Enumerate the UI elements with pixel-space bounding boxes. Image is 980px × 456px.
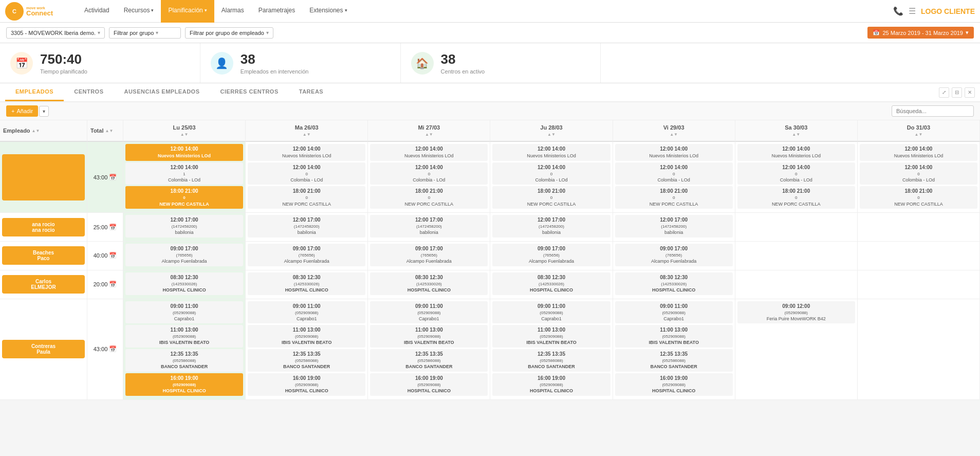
- schedule-block[interactable]: 12:00 14:00 Nuevos Ministerios LOd: [248, 144, 365, 161]
- day-cell-row1-sa[interactable]: 12:00 14:00 Nuevos Ministerios LOd 12:00…: [735, 142, 858, 213]
- schedule-block[interactable]: 12:00 14:00 1 Colombia - LOd: [125, 162, 243, 185]
- day-cell-row5-lu[interactable]: 09:00 11:00 (052909088) Caprabo1 11:00 1…: [123, 299, 246, 400]
- schedule-block[interactable]: 12:00 14:00 Nuevos Ministerios LOd: [737, 144, 855, 161]
- day-cell-row1-lu[interactable]: 12:00 14:00 Nuevos Ministerios LOd 12:00…: [123, 142, 246, 213]
- schedule-block[interactable]: 09:00 11:00 (052909088) Caprabo1: [125, 301, 243, 324]
- employee-cell-row1[interactable]: [0, 142, 87, 213]
- employee-group-filter[interactable]: Filtrar por grupo de empleado ▾: [185, 27, 273, 39]
- day-cell-row2-sa[interactable]: [735, 213, 858, 242]
- schedule-block[interactable]: 18:00 21:00 0 NEW PORC CASTILLA: [615, 186, 733, 209]
- schedule-block[interactable]: 12:00 17:00 (1472458200) babilonia: [125, 215, 243, 238]
- schedule-block[interactable]: 12:00 14:00 Nuevos Ministerios LOd: [370, 144, 488, 161]
- schedule-block[interactable]: 18:00 21:00 0 NEW PORC CASTILLA: [492, 186, 610, 209]
- schedule-block[interactable]: 12:00 14:00 0 Colombia - LOd: [737, 162, 855, 185]
- schedule-block[interactable]: 18:00 21:00 0 NEW PORC CASTILLA: [860, 186, 977, 209]
- company-select[interactable]: 3305 - MOVEWORK Iberia demo. ▾: [6, 27, 105, 39]
- day-cell-row3-mi[interactable]: 09:00 17:00 (765656) Alcampo Fuenlabrada: [368, 242, 490, 270]
- group-filter[interactable]: Filtrar por grupo ▾: [109, 27, 181, 39]
- sort-icon[interactable]: ▲▼: [180, 132, 189, 137]
- tab-empleados[interactable]: EMPLEADOS: [5, 83, 64, 101]
- schedule-block[interactable]: 09:00 11:00 (052909088) Caprabo1: [615, 301, 733, 324]
- sort-icon[interactable]: ▲▼: [670, 132, 678, 137]
- schedule-block[interactable]: 16:00 19:00 (052909088) HOSPITAL CLINICO: [492, 373, 610, 396]
- schedule-block[interactable]: 12:00 14:00 Nuevos Ministerios LOd: [860, 144, 977, 161]
- schedule-block[interactable]: 11:00 13:00 (052909088) IBIS VALENTIN BE…: [125, 325, 243, 348]
- nav-item-recursos[interactable]: Recursos ▾: [117, 0, 161, 23]
- day-cell-row5-do[interactable]: [858, 299, 980, 400]
- schedule-block[interactable]: 12:00 17:00 (1472458200) babilonia: [492, 215, 610, 238]
- schedule-block[interactable]: 18:00 21:00 0 NEW PORC CASTILLA: [125, 186, 243, 209]
- sort-icon[interactable]: ▲▼: [547, 132, 556, 137]
- schedule-block[interactable]: 12:35 13:35 (052586088) BANCO SANTANDER: [248, 349, 365, 372]
- day-cell-row1-ju[interactable]: 12:00 14:00 Nuevos Ministerios LOd 12:00…: [490, 142, 613, 213]
- day-cell-row2-vi[interactable]: 12:00 17:00 (1472458200) babilonia: [613, 213, 735, 242]
- date-range-picker[interactable]: 📅 25 Marzo 2019 - 31 Marzo 2019 ▾: [867, 27, 974, 39]
- sort-icon[interactable]: ▲▼: [425, 132, 433, 137]
- employee-badge-row1[interactable]: [2, 154, 85, 200]
- sort-icon[interactable]: ▲▼: [303, 132, 311, 137]
- schedule-block[interactable]: 11:00 13:00 (052909088) IBIS VALENTIN BE…: [615, 325, 733, 348]
- day-cell-row2-mi[interactable]: 12:00 17:00 (1472458200) babilonia: [368, 213, 490, 242]
- sort-icon[interactable]: ▲▼: [792, 132, 800, 137]
- day-cell-row4-lu[interactable]: 08:30 12:30 (1425330026) HOSPITAL CLINIC…: [123, 270, 246, 299]
- schedule-block[interactable]: 12:00 14:00 0 Colombia - LOd: [860, 162, 977, 185]
- sort-icon[interactable]: ▲▼: [32, 129, 40, 133]
- tab-icon-close[interactable]: ✕: [965, 87, 975, 98]
- employee-cell-row3[interactable]: BeachesPaco: [0, 242, 87, 270]
- schedule-block[interactable]: 08:30 12:30 (1425330026) HOSPITAL CLINIC…: [615, 272, 733, 295]
- schedule-block[interactable]: 12:35 13:35 (052586088) BANCO SANTANDER: [615, 349, 733, 372]
- day-cell-row3-do[interactable]: [858, 242, 980, 270]
- schedule-block[interactable]: 11:00 13:00 (052909088) IBIS VALENTIN BE…: [492, 325, 610, 348]
- employee-cell-row2[interactable]: ana rocioana rocio: [0, 213, 87, 242]
- schedule-block[interactable]: 09:00 17:00 (765656) Alcampo Fuenlabrada: [492, 244, 610, 266]
- schedule-block[interactable]: 09:00 17:00 (765656) Alcampo Fuenlabrada: [370, 244, 488, 266]
- day-cell-row2-ma[interactable]: 12:00 17:00 (1472458200) babilonia: [246, 213, 368, 242]
- calendar-small-icon[interactable]: 📅: [109, 224, 117, 231]
- day-cell-row5-sa[interactable]: 09:00 12:00 (052909088) Feria Puire Move…: [735, 299, 858, 400]
- schedule-block[interactable]: 12:35 13:35 (052586088) BANCO SANTANDER: [370, 349, 488, 372]
- schedule-block[interactable]: 09:00 11:00 (052909088) Caprabo1: [370, 301, 488, 324]
- employee-cell-row5[interactable]: ContrerasPaula: [0, 299, 87, 400]
- day-cell-row5-vi[interactable]: 09:00 11:00 (052909088) Caprabo1 11:00 1…: [613, 299, 735, 400]
- schedule-block[interactable]: 09:00 17:00 (765656) Alcampo Fuenlabrada: [615, 244, 733, 266]
- schedule-block[interactable]: 16:00 19:00 (052909088) HOSPITAL CLINICO: [125, 373, 243, 396]
- employee-badge-row5[interactable]: ContrerasPaula: [2, 340, 85, 358]
- employee-badge-row4[interactable]: CarlosELMEJOR: [2, 275, 85, 294]
- schedule-block[interactable]: 12:00 14:00 Nuevos Ministerios LOd: [492, 144, 610, 161]
- schedule-block[interactable]: 08:30 12:30 (1425330026) HOSPITAL CLINIC…: [248, 272, 365, 295]
- day-cell-row4-sa[interactable]: [735, 270, 858, 299]
- tab-tareas[interactable]: TAREAS: [289, 83, 334, 101]
- add-button[interactable]: + Añadir: [6, 105, 38, 117]
- day-cell-row4-mi[interactable]: 08:30 12:30 (1425330026) HOSPITAL CLINIC…: [368, 270, 490, 299]
- add-dropdown-button[interactable]: ▾: [39, 106, 49, 117]
- phone-icon[interactable]: 📞: [893, 6, 903, 16]
- schedule-block[interactable]: 16:00 19:00 (052909088) HOSPITAL CLINICO: [370, 373, 488, 396]
- nav-item-actividad[interactable]: Actividad: [77, 0, 117, 23]
- tab-icon-collapse[interactable]: ⊟: [952, 87, 962, 98]
- day-cell-row3-ma[interactable]: 09:00 17:00 (765656) Alcampo Fuenlabrada: [246, 242, 368, 270]
- day-cell-row4-ma[interactable]: 08:30 12:30 (1425330026) HOSPITAL CLINIC…: [246, 270, 368, 299]
- nav-item-parametrajes[interactable]: Parametrajes: [251, 0, 302, 23]
- schedule-block[interactable]: 12:35 13:35 (052586088) BANCO SANTANDER: [492, 349, 610, 372]
- sort-icon[interactable]: ▲▼: [105, 129, 113, 133]
- nav-item-alarmas[interactable]: Alarmas: [214, 0, 251, 23]
- nav-item-planificacion[interactable]: Planificación ▾: [161, 0, 214, 23]
- day-cell-row5-mi[interactable]: 09:00 11:00 (052909088) Caprabo1 11:00 1…: [368, 299, 490, 400]
- schedule-block[interactable]: 12:00 14:00 Nuevos Ministerios LOd: [125, 144, 243, 161]
- schedule-block[interactable]: 12:00 17:00 (1472458200) babilonia: [615, 215, 733, 238]
- schedule-block[interactable]: 16:00 19:00 (052909088) HOSPITAL CLINICO: [248, 373, 365, 396]
- day-cell-row1-do[interactable]: 12:00 14:00 Nuevos Ministerios LOd 12:00…: [858, 142, 980, 213]
- day-cell-row5-ma[interactable]: 09:00 11:00 (052909088) Caprabo1 11:00 1…: [246, 299, 368, 400]
- schedule-block[interactable]: 09:00 17:00 (765656) Alcampo Fuenlabrada: [248, 244, 365, 266]
- day-cell-row2-do[interactable]: [858, 213, 980, 242]
- day-cell-row1-ma[interactable]: 12:00 14:00 Nuevos Ministerios LOd 12:00…: [246, 142, 368, 213]
- day-cell-row2-lu[interactable]: 12:00 17:00 (1472458200) babilonia: [123, 213, 246, 242]
- day-cell-row4-ju[interactable]: 08:30 12:30 (1425330026) HOSPITAL CLINIC…: [490, 270, 613, 299]
- day-cell-row3-sa[interactable]: [735, 242, 858, 270]
- schedule-block[interactable]: 12:00 14:00 0 Colombia - LOd: [615, 162, 733, 185]
- employee-badge-row2[interactable]: ana rocioana rocio: [2, 218, 85, 236]
- schedule-block[interactable]: 12:00 17:00 (1472458200) babilonia: [248, 215, 365, 238]
- tab-ausencias[interactable]: AUSENCIAS EMPLEADOS: [114, 83, 210, 101]
- employee-cell-row4[interactable]: CarlosELMEJOR: [0, 270, 87, 299]
- schedule-block[interactable]: 08:30 12:30 (1425330026) HOSPITAL CLINIC…: [125, 272, 243, 295]
